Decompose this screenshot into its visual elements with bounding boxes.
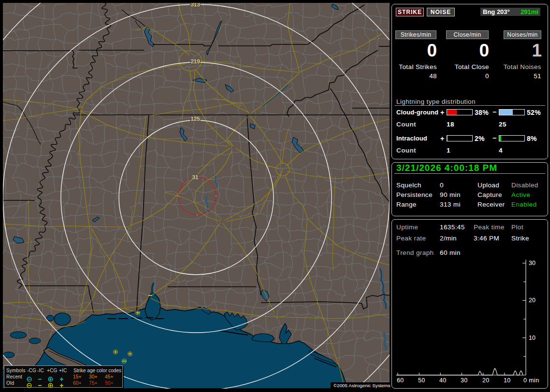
svg-text:313: 313 [190, 3, 200, 7]
svg-text:20: 20 [529, 297, 536, 304]
svg-text:31: 31 [192, 174, 199, 180]
svg-text:30: 30 [529, 260, 536, 266]
svg-text:219: 219 [190, 58, 200, 64]
svg-text:125: 125 [190, 116, 200, 122]
svg-text:10: 10 [529, 335, 536, 341]
